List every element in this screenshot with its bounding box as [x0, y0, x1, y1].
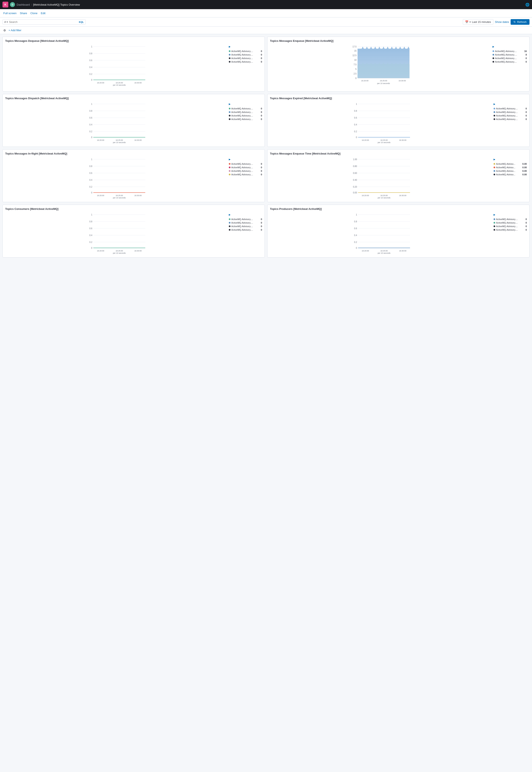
legend-expand-inflight[interactable]: ▶	[229, 158, 230, 161]
clone-button[interactable]: Clone	[30, 12, 37, 15]
time-range-picker[interactable]: 📅 ▼ Last 15 minutes	[463, 19, 493, 25]
user-avatar[interactable]: D	[10, 2, 15, 7]
svg-text:12.5: 12.5	[352, 54, 357, 57]
svg-text:0.2: 0.2	[354, 130, 357, 133]
svg-text:0.2: 0.2	[354, 241, 357, 243]
legend-expand-consumers[interactable]: ▶	[229, 214, 230, 216]
calendar-icon: 📅	[465, 20, 468, 23]
svg-text:per 10 seconds: per 10 seconds	[378, 197, 390, 199]
legend-item: ActiveMQ.Advisory.... 0	[494, 222, 527, 224]
legend-expand-enqueue-time[interactable]: ▶	[494, 158, 495, 161]
chart-dequeue: 1 0.8 0.6 0.4 0.2 0 16:20:00 16:25:00 16…	[5, 44, 227, 86]
legend-item: ActiveMQ.Advisory.... 0	[229, 218, 262, 221]
hash-dropdown[interactable]: # ▼	[4, 20, 8, 23]
add-filter-button[interactable]: + Add filter	[9, 29, 21, 32]
action-bar: Full screen Share Clone Edit	[0, 9, 532, 17]
share-button[interactable]: Share	[20, 12, 27, 15]
svg-text:16:20:00: 16:20:00	[97, 195, 104, 197]
legend-expand-enqueue[interactable]: ▶	[493, 45, 494, 48]
svg-text:16:25:00: 16:25:00	[116, 195, 123, 197]
svg-text:0.6: 0.6	[354, 117, 357, 119]
legend-item: ActiveMQ.Advisory.... 0	[229, 111, 262, 113]
topbar: K D Dashboard / [Metricbeat ActiveMQ] To…	[0, 0, 532, 9]
legend-expand-producers[interactable]: ▶	[494, 214, 495, 216]
refresh-button[interactable]: ↻ Refresh	[511, 19, 530, 25]
legend-enqueue-time: ▶ ActiveMQ.Adviso... 0.00 ActiveMQ.Advis…	[494, 157, 527, 200]
legend-item: ActiveMQ.Advisory.... 0	[494, 218, 527, 221]
legend-enqueue: ▶ ActiveMQ.Advisory.... 16 ActiveMQ.Advi…	[493, 44, 527, 89]
svg-text:1: 1	[356, 214, 357, 216]
gear-button[interactable]: ⚙	[2, 28, 7, 33]
svg-text:0.4: 0.4	[89, 123, 92, 126]
svg-text:0.6: 0.6	[354, 227, 357, 230]
breadcrumb-dashboard[interactable]: Dashboard	[17, 3, 30, 6]
svg-text:0.4: 0.4	[89, 179, 92, 181]
svg-text:1: 1	[91, 103, 92, 105]
show-dates-button[interactable]: Show dates	[495, 20, 509, 23]
svg-text:0.4: 0.4	[89, 234, 92, 237]
svg-text:0.2: 0.2	[89, 186, 92, 188]
panel-producers-title: Topics Producers [Metricbeat ActiveMQ]	[270, 208, 527, 211]
legend-item: ActiveMQ.Advisory.... 0	[494, 229, 527, 231]
legend-item: ActiveMQ.Advisory.... 0	[229, 173, 262, 176]
svg-text:0: 0	[91, 247, 92, 249]
panel-dequeue-title: Topics Messages Dequeue [Metricbeat Acti…	[5, 39, 262, 42]
svg-text:0.6: 0.6	[89, 117, 92, 119]
chart-consumers: 1 0.8 0.6 0.4 0.2 0 16:20:00 16:25:00 16…	[5, 213, 227, 254]
refresh-icon: ↻	[514, 20, 516, 23]
edit-button[interactable]: Edit	[41, 12, 45, 15]
svg-text:0: 0	[91, 191, 92, 194]
svg-text:0.4: 0.4	[354, 123, 357, 126]
legend-item: ActiveMQ.Advisory.... 0	[493, 60, 527, 63]
svg-text:16:25:00: 16:25:00	[380, 250, 388, 252]
svg-text:16:20:00: 16:20:00	[97, 250, 104, 252]
kibana-logo[interactable]: K	[2, 2, 8, 7]
chevron-down-icon: ▼	[469, 21, 471, 23]
svg-text:per 10 seconds: per 10 seconds	[113, 197, 126, 199]
breadcrumb: Dashboard / [Metricbeat ActiveMQ] Topics…	[17, 3, 80, 6]
full-screen-button[interactable]: Full screen	[3, 12, 17, 15]
svg-text:16:20:00: 16:20:00	[362, 139, 369, 141]
breadcrumb-current: [Metricbeat ActiveMQ] Topics Overview	[33, 3, 80, 6]
dashboard-grid: Topics Messages Dequeue [Metricbeat Acti…	[0, 34, 532, 260]
legend-item: ActiveMQ.Advisory.... 0	[493, 57, 527, 59]
svg-text:0.2: 0.2	[89, 241, 92, 243]
legend-expand-dispatch[interactable]: ▶	[229, 103, 230, 105]
panel-inflight: Topics Messages In-flight [Metricbeat Ac…	[2, 149, 265, 202]
legend-item: ActiveMQ.Adviso... 0.00	[494, 166, 527, 169]
svg-text:1: 1	[91, 46, 92, 48]
panel-enqueue-title: Topics Messages Enqueue [Metricbeat Acti…	[270, 39, 527, 42]
kql-badge[interactable]: KQL	[79, 21, 84, 23]
legend-consumers: ▶ ActiveMQ.Advisory.... 0 ActiveMQ.Advis…	[229, 213, 262, 255]
svg-text:0.6: 0.6	[89, 59, 92, 62]
legend-expand-expired[interactable]: ▶	[494, 103, 495, 105]
svg-text:1: 1	[91, 158, 92, 160]
svg-text:16:25:00: 16:25:00	[380, 80, 387, 82]
svg-text:0.8: 0.8	[354, 221, 357, 223]
panel-producers: Topics Producers [Metricbeat ActiveMQ] 1…	[267, 205, 530, 258]
legend-item: ActiveMQ.Advisory.... 0	[229, 166, 262, 169]
search-container[interactable]: # ▼ KQL	[2, 19, 86, 25]
chart-dispatch: 1 0.8 0.6 0.4 0.2 0 16:20:00 16:25:00 16…	[5, 102, 227, 143]
legend-expand-dequeue[interactable]: ▶	[229, 45, 230, 48]
svg-text:16:30:00: 16:30:00	[399, 250, 406, 252]
legend-item: ActiveMQ.Advisory.... 0	[229, 222, 262, 224]
svg-text:1.00: 1.00	[353, 158, 357, 160]
globe-icon[interactable]: 🌐	[525, 3, 530, 6]
svg-text:16:25:00: 16:25:00	[380, 139, 388, 141]
svg-text:7.5: 7.5	[354, 63, 357, 66]
svg-text:0.8: 0.8	[354, 110, 357, 112]
svg-text:16:20:00: 16:20:00	[362, 195, 369, 197]
svg-text:15: 15	[354, 50, 357, 52]
svg-text:0.20: 0.20	[353, 186, 357, 188]
svg-text:0.00: 0.00	[353, 191, 357, 194]
svg-text:16:30:00: 16:30:00	[134, 195, 142, 197]
svg-text:16:25:00: 16:25:00	[116, 139, 123, 141]
svg-text:16:20:00: 16:20:00	[97, 139, 104, 141]
search-input[interactable]	[9, 20, 78, 23]
svg-text:0: 0	[356, 136, 357, 138]
svg-text:10: 10	[354, 59, 357, 61]
chart-enqueue-time: 1.00 0.80 0.60 0.40 0.20 0.00 16:20:00 1…	[270, 157, 492, 199]
topbar-right-actions: 🌐	[525, 3, 530, 7]
svg-text:0: 0	[356, 247, 357, 249]
